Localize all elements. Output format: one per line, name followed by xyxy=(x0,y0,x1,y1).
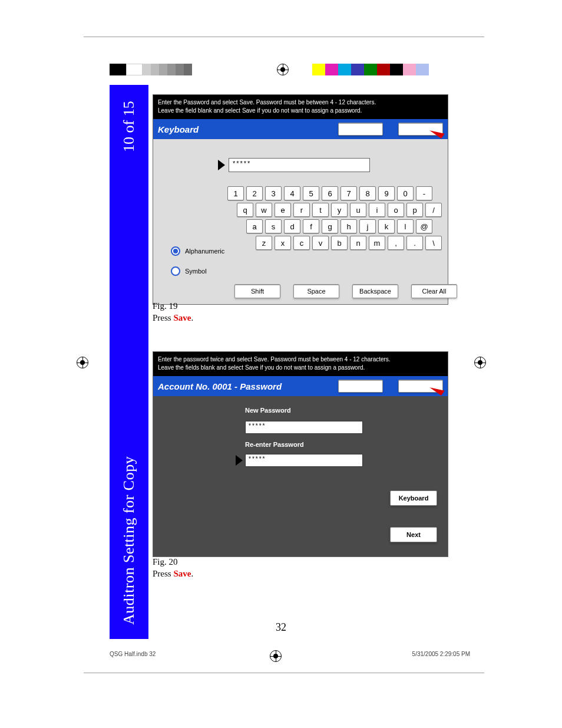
alphanumeric-radio[interactable] xyxy=(171,246,180,256)
dialog-header: Keyboard Cancel Save xyxy=(153,119,448,139)
cancel-button[interactable]: Cancel xyxy=(338,380,383,393)
key-b[interactable]: b xyxy=(331,236,348,250)
registration-bar-left xyxy=(110,64,239,75)
reenter-password-label: Re-enter Password xyxy=(245,441,304,448)
key-\[interactable]: \ xyxy=(425,236,442,250)
key-f[interactable]: f xyxy=(303,219,319,233)
key-p[interactable]: p xyxy=(406,203,423,217)
password-panel: New Password ***** Re-enter Password ***… xyxy=(153,396,448,556)
key-i[interactable]: i xyxy=(369,203,385,217)
dialog-title: Keyboard xyxy=(158,124,333,134)
key-y[interactable]: y xyxy=(331,203,348,217)
key-1[interactable]: 1 xyxy=(227,186,244,200)
key-s[interactable]: s xyxy=(265,219,282,233)
symbol-label: Symbol xyxy=(185,268,207,275)
registration-mark-icon xyxy=(474,357,486,368)
key-r[interactable]: r xyxy=(293,203,310,217)
cursor-indicator-icon xyxy=(236,455,243,466)
reenter-password-input[interactable]: ***** xyxy=(245,454,363,467)
next-button[interactable]: Next xyxy=(390,527,437,542)
registration-bar-right xyxy=(312,64,454,75)
caption-dot: . xyxy=(191,313,193,322)
key-0[interactable]: 0 xyxy=(397,186,414,200)
print-footer: QSG Half.indb 32 5/31/2005 2:29:05 PM xyxy=(110,651,470,657)
key-n[interactable]: n xyxy=(350,236,366,250)
backspace-button[interactable]: Backspace xyxy=(352,284,398,298)
key-l[interactable]: l xyxy=(397,219,414,233)
key-k[interactable]: k xyxy=(378,219,395,233)
dialog-title: Account No. 0001 - Password xyxy=(158,381,333,391)
caption-dot: . xyxy=(191,569,193,578)
key-t[interactable]: t xyxy=(312,203,329,217)
caption-save-word: Save xyxy=(173,313,191,322)
key-7[interactable]: 7 xyxy=(340,186,357,200)
key-e[interactable]: e xyxy=(275,203,291,217)
key-5[interactable]: 5 xyxy=(303,186,319,200)
key-c[interactable]: c xyxy=(293,236,310,250)
figure-number: Fig. 19 xyxy=(153,301,193,312)
key-j[interactable]: j xyxy=(359,219,376,233)
alphanumeric-label: Alphanumeric xyxy=(185,248,224,255)
password-input[interactable]: ***** xyxy=(229,158,370,172)
caption-press: Press xyxy=(153,313,173,322)
footer-timestamp: 5/31/2005 2:29:05 PM xyxy=(412,651,470,657)
instruction-text: Enter the password twice and select Save… xyxy=(153,352,448,376)
key-8[interactable]: 8 xyxy=(359,186,376,200)
key-x[interactable]: x xyxy=(275,236,291,250)
shift-button[interactable]: Shift xyxy=(234,284,280,298)
screenshot-account-password: Enter the password twice and select Save… xyxy=(153,351,448,557)
dialog-header: Account No. 0001 - Password Cancel Save xyxy=(153,376,448,396)
figure-caption: Fig. 20 Press Save. xyxy=(153,556,193,579)
key-w[interactable]: w xyxy=(256,203,272,217)
symbol-radio[interactable] xyxy=(171,266,180,276)
page-of-label: 10 of 15 xyxy=(120,101,138,152)
instruction-line: Enter the password twice and select Save… xyxy=(158,355,443,364)
cancel-button[interactable]: Cancel xyxy=(338,123,383,136)
on-screen-keyboard: 1234567890- qwertyuiop/ asdfghjkl@ zxcvb… xyxy=(227,186,442,252)
key-a[interactable]: a xyxy=(246,219,263,233)
registration-mark-icon xyxy=(277,64,289,75)
instruction-line: Leave the fields blank and select Save i… xyxy=(158,364,443,372)
clear-all-button[interactable]: Clear All xyxy=(411,284,457,298)
key-3[interactable]: 3 xyxy=(265,186,282,200)
key--[interactable]: - xyxy=(416,186,432,200)
screenshot-keyboard: Enter the Password and select Save. Pass… xyxy=(153,94,448,305)
key-z[interactable]: z xyxy=(256,236,272,250)
key-6[interactable]: 6 xyxy=(322,186,338,200)
caption-save-word: Save xyxy=(173,569,191,578)
figure-caption: Fig. 19 Press Save. xyxy=(153,301,193,324)
new-password-label: New Password xyxy=(245,407,291,414)
space-button[interactable]: Space xyxy=(293,284,339,298)
key-h[interactable]: h xyxy=(340,219,357,233)
footer-file: QSG Half.indb 32 xyxy=(110,651,156,657)
instruction-text: Enter the Password and select Save. Pass… xyxy=(153,95,448,119)
key-o[interactable]: o xyxy=(388,203,404,217)
cursor-indicator-icon xyxy=(218,160,225,170)
section-title: Auditron Setting for Copy xyxy=(120,456,138,625)
key-g[interactable]: g xyxy=(322,219,338,233)
key-9[interactable]: 9 xyxy=(378,186,395,200)
instruction-line: Leave the field blank and select Save if… xyxy=(158,107,443,115)
key-@[interactable]: @ xyxy=(416,219,432,233)
key-q[interactable]: q xyxy=(237,203,253,217)
page-number: 32 xyxy=(0,621,562,634)
key-2[interactable]: 2 xyxy=(246,186,263,200)
instruction-line: Enter the Password and select Save. Pass… xyxy=(158,98,443,107)
figure-number: Fig. 20 xyxy=(153,556,193,568)
registration-mark-icon xyxy=(77,357,88,368)
key-.[interactable]: . xyxy=(406,236,423,250)
key-u[interactable]: u xyxy=(350,203,366,217)
keyboard-panel: ***** 1234567890- qwertyuiop/ asdfghjkl@… xyxy=(153,139,448,304)
caption-press: Press xyxy=(153,569,173,578)
key-v[interactable]: v xyxy=(312,236,329,250)
new-password-input[interactable]: ***** xyxy=(245,421,363,434)
key-d[interactable]: d xyxy=(284,219,300,233)
key-m[interactable]: m xyxy=(369,236,385,250)
key-/[interactable]: / xyxy=(425,203,442,217)
keyboard-button[interactable]: Keyboard xyxy=(390,490,437,506)
key-,[interactable]: , xyxy=(388,236,404,250)
key-4[interactable]: 4 xyxy=(284,186,300,200)
